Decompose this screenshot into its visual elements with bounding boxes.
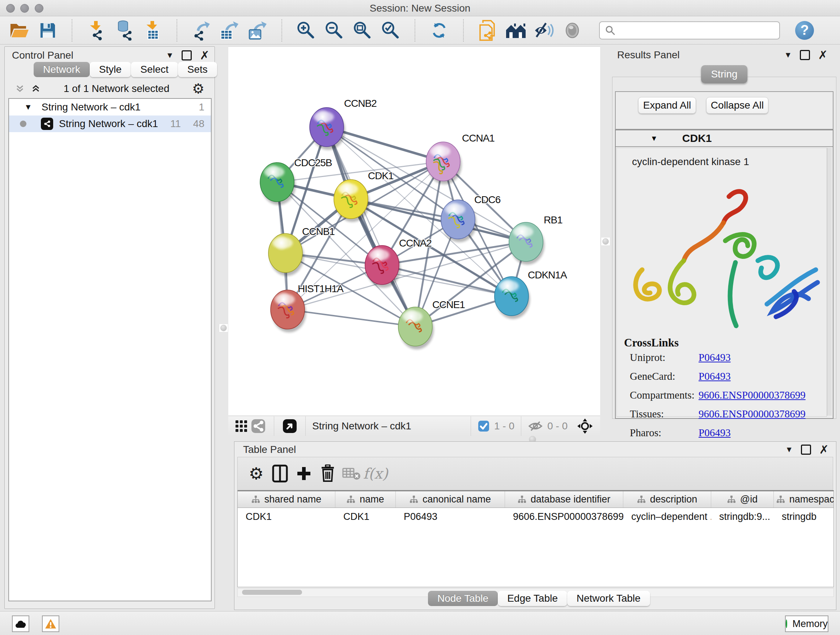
crosslink-link[interactable]: P06493: [699, 427, 731, 439]
tab-node-table[interactable]: Node Table: [428, 591, 498, 606]
open-folder-button[interactable]: [9, 20, 30, 41]
hide-selected-eye-button[interactable]: [534, 20, 554, 41]
close-table-icon[interactable]: ✗: [819, 446, 829, 454]
houses-button[interactable]: [506, 20, 526, 41]
float-panel-icon[interactable]: ▼: [166, 51, 174, 60]
cell-shared-name[interactable]: CDK1: [238, 511, 335, 523]
network-collection-row[interactable]: ▼ String Network – cdk1 1: [9, 99, 211, 116]
node-CCNA1[interactable]: [426, 142, 462, 184]
node-CCNB2[interactable]: [309, 108, 345, 150]
refresh-button[interactable]: [429, 20, 449, 41]
node-CCNB1[interactable]: [268, 233, 304, 276]
gene-card-header[interactable]: ▼ CDK1: [616, 130, 833, 147]
expand-all-button[interactable]: Expand All: [638, 97, 696, 114]
table-settings-gear-icon[interactable]: ⚙: [244, 462, 268, 485]
zoom-fit-button[interactable]: [352, 20, 373, 41]
tab-select[interactable]: Select: [131, 62, 178, 77]
cell-canonical-name[interactable]: P06493: [396, 511, 505, 523]
left-splitter-handle[interactable]: [219, 324, 228, 333]
column-header-database-identifier[interactable]: database identifier: [505, 491, 623, 508]
undock-results-icon[interactable]: [800, 50, 810, 60]
cell-database-identifier[interactable]: 9606.ENSP00000378699: [505, 511, 623, 523]
birdseye-view-icon[interactable]: [281, 416, 299, 436]
tab-network[interactable]: Network: [34, 62, 90, 77]
column-header-canonical-name[interactable]: canonical name: [396, 491, 505, 508]
export-image-button[interactable]: [248, 20, 268, 41]
crosslink-link[interactable]: P06493: [699, 352, 731, 363]
cell-name[interactable]: CDK1: [335, 511, 396, 523]
tab-edge-table[interactable]: Edge Table: [498, 591, 567, 606]
gene-card-scrollbar[interactable]: [827, 148, 832, 416]
memory-button[interactable]: Memory: [785, 616, 829, 632]
close-panel-icon[interactable]: ✗: [200, 51, 210, 59]
help-button[interactable]: ?: [795, 21, 814, 40]
edge-CCNB2-CCNE1[interactable]: [327, 127, 415, 326]
column-header-@id[interactable]: @id: [711, 491, 774, 508]
column-header-name[interactable]: name: [335, 491, 396, 508]
search-input[interactable]: [619, 23, 779, 38]
add-column-icon[interactable]: [292, 462, 316, 485]
float-results-icon[interactable]: ▼: [784, 50, 792, 60]
save-button[interactable]: [38, 20, 58, 41]
cloud-button[interactable]: [12, 616, 29, 632]
cell-description[interactable]: cyclin–dependent ...: [623, 511, 711, 523]
zoom-in-button[interactable]: [296, 20, 316, 41]
collection-expand-arrow-icon[interactable]: ▼: [24, 103, 32, 112]
node-RB1[interactable]: [509, 222, 545, 264]
node-CCNA2[interactable]: [365, 245, 401, 288]
import-table-button[interactable]: [142, 20, 163, 41]
tab-network-table[interactable]: Network Table: [567, 591, 650, 606]
network-canvas[interactable]: CCNB2CCNA1CDC25BCDK1CDC6RB1CCNB1CCNA2CDK…: [228, 46, 600, 416]
undock-panel-icon[interactable]: [182, 50, 192, 60]
network-options-gear-icon[interactable]: ⚙: [192, 83, 204, 94]
show-columns-icon[interactable]: [268, 462, 292, 485]
collapse-all-button[interactable]: Collapse All: [706, 97, 768, 114]
close-results-icon[interactable]: ✗: [818, 51, 828, 59]
hidden-elements-eye-icon[interactable]: [528, 420, 543, 432]
crosslink-link[interactable]: 9606.ENSP00000378699: [699, 408, 806, 420]
expand-all-tree-icon[interactable]: [31, 84, 41, 94]
tab-style[interactable]: Style: [90, 62, 131, 77]
grid-view-icon[interactable]: [233, 416, 249, 436]
network-overview-icon[interactable]: [249, 416, 267, 436]
node-CDC25B[interactable]: [260, 163, 295, 205]
export-network-button[interactable]: [191, 20, 211, 41]
table-row[interactable]: CDK1CDK1P064939606.ENSP00000378699cyclin…: [238, 508, 834, 525]
node-CDKN1A[interactable]: [494, 277, 530, 319]
tab-sets[interactable]: Sets: [178, 62, 217, 77]
gene-collapse-arrow-icon[interactable]: ▼: [651, 134, 658, 143]
cell-namespace[interactable]: stringdb: [774, 511, 834, 523]
delete-table-icon[interactable]: [340, 462, 363, 485]
column-header-namespace[interactable]: namespace: [774, 491, 834, 508]
function-builder-icon[interactable]: f(x): [363, 462, 387, 485]
show-eye-button[interactable]: [562, 20, 583, 41]
scrollbar-thumb[interactable]: [242, 590, 302, 595]
zoom-selected-button[interactable]: [381, 20, 401, 41]
network-view-title: String Network – cdk1: [312, 420, 411, 432]
import-network-button[interactable]: [86, 20, 106, 41]
tab-string[interactable]: String: [701, 65, 747, 83]
import-database-button[interactable]: [114, 20, 134, 41]
warnings-button[interactable]: [42, 616, 59, 632]
selected-checkbox-icon[interactable]: [477, 420, 490, 432]
cell-@id[interactable]: stringdb:9...: [711, 511, 774, 523]
delete-column-trash-icon[interactable]: [316, 462, 340, 485]
edge-HIST1H1A-CCNE1[interactable]: [287, 310, 415, 326]
node-CDC6[interactable]: [441, 200, 477, 242]
float-table-icon[interactable]: ▼: [785, 445, 793, 454]
column-header-shared-name[interactable]: shared name: [238, 491, 335, 508]
collapse-all-tree-icon[interactable]: [15, 84, 25, 94]
undock-table-icon[interactable]: [801, 445, 811, 455]
node-CCNE1[interactable]: [398, 307, 434, 349]
column-header-description[interactable]: description: [623, 491, 711, 508]
export-table-button[interactable]: [219, 20, 240, 41]
crosslink-link[interactable]: P06493: [699, 371, 731, 382]
crosslink-label: Tissues:: [630, 408, 664, 420]
pan-crosshair-icon[interactable]: [577, 418, 593, 434]
zoom-out-button[interactable]: [324, 20, 344, 41]
export-document-button[interactable]: [477, 20, 498, 41]
crosslink-link[interactable]: 9606.ENSP00000378699: [699, 389, 806, 401]
network-row[interactable]: String Network – cdk1 11 48: [9, 116, 211, 132]
node-CDK1[interactable]: [334, 180, 369, 222]
node-HIST1H1A[interactable]: [271, 290, 306, 333]
